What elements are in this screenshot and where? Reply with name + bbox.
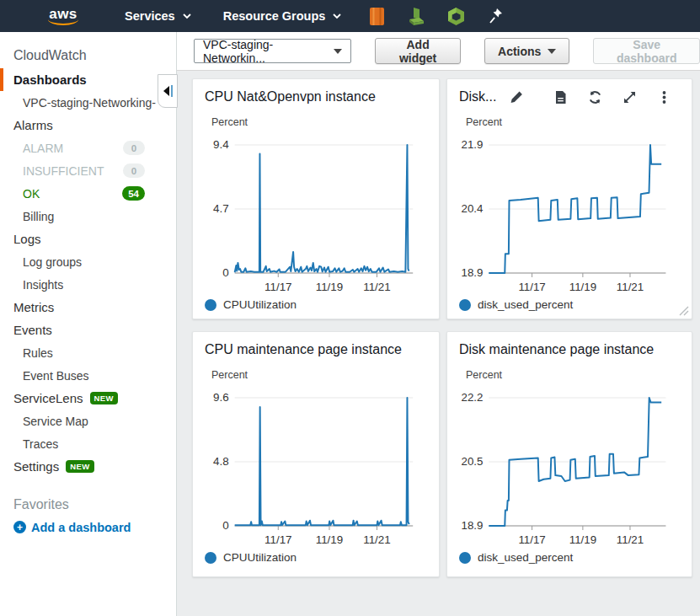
sidebar-item-logs[interactable]: Logs bbox=[0, 228, 176, 250]
y-axis-tick-label: 18.9 bbox=[462, 266, 484, 279]
legend-dot bbox=[205, 299, 216, 311]
sidebar-item-settings[interactable]: Settings NEW bbox=[0, 455, 176, 478]
nav-resource-groups-label: Resource Groups bbox=[223, 9, 326, 23]
legend-item-cpuutilization[interactable]: CPUUtilization bbox=[193, 295, 439, 311]
y-axis-unit-label: Percent bbox=[447, 104, 692, 128]
y-axis-tick-label: 4.8 bbox=[213, 455, 229, 468]
sidebar-item-alarms[interactable]: Alarms bbox=[0, 114, 176, 137]
new-badge: NEW bbox=[90, 392, 118, 404]
sidebar-item-service-map[interactable]: Service Map bbox=[0, 410, 176, 432]
top-navbar: aws Services Resource Groups bbox=[0, 0, 700, 32]
widget-title: CPU maintenance page instance bbox=[205, 342, 402, 357]
widget-title: CPU Nat&Openvpn instance bbox=[205, 89, 376, 104]
x-axis-tick-label: 11/21 bbox=[363, 533, 391, 546]
x-axis-tick-label: 11/17 bbox=[265, 281, 292, 293]
nav-services-menu[interactable]: Services bbox=[125, 9, 191, 23]
y-axis-tick-label: 20.4 bbox=[462, 202, 484, 215]
sidebar-collapse-tab[interactable] bbox=[158, 74, 178, 108]
aws-logo-text: aws bbox=[49, 8, 77, 20]
dashboard-grid: CPU Nat&Openvpn instance Percent 9.44.70… bbox=[177, 71, 700, 616]
plus-circle-icon: + bbox=[13, 521, 26, 533]
widget-title: Disk... bbox=[459, 89, 496, 104]
x-axis-tick-label: 11/19 bbox=[569, 533, 596, 546]
disk-line-chart: 21.920.418.911/1711/1911/21 bbox=[447, 130, 692, 295]
y-axis-tick-label: 9.6 bbox=[213, 391, 229, 404]
add-widget-button[interactable]: Add widget bbox=[375, 38, 461, 64]
sidebar: CloudWatch Dashboards VPC-staging-Networ… bbox=[0, 32, 177, 616]
refresh-icon[interactable] bbox=[588, 90, 602, 104]
dashboard-toolbar: VPC-staging-Networkin... Add widget Acti… bbox=[177, 32, 700, 71]
save-dashboard-button[interactable]: Save dashboard bbox=[593, 38, 700, 64]
dashboard-select-value: VPC-staging-Networkin... bbox=[203, 38, 334, 65]
sidebar-item-events[interactable]: Events bbox=[0, 319, 176, 341]
sidebar-item-ok-state[interactable]: OK 54 bbox=[0, 182, 176, 205]
sidebar-item-cloudwatch[interactable]: CloudWatch bbox=[0, 44, 176, 67]
y-axis-tick-label: 22.2 bbox=[462, 391, 484, 404]
collapse-tab-accent bbox=[171, 85, 173, 97]
widget-toolbar bbox=[553, 90, 680, 104]
pin-icon[interactable] bbox=[487, 7, 505, 26]
widget-title: Disk maintenance page instance bbox=[459, 342, 654, 357]
dashboard-select[interactable]: VPC-staging-Networkin... bbox=[194, 39, 351, 63]
kebab-menu-icon[interactable] bbox=[657, 90, 671, 104]
ok-count-badge: 54 bbox=[122, 186, 145, 201]
pinned-service-shortcuts bbox=[368, 7, 505, 26]
sidebar-item-servicelens[interactable]: ServiceLens NEW bbox=[0, 387, 176, 410]
sidebar-item-dashboards[interactable]: Dashboards bbox=[0, 68, 176, 91]
y-axis-tick-label: 0 bbox=[222, 266, 228, 279]
sidebar-item-event-buses[interactable]: Event Buses bbox=[0, 364, 176, 387]
legend-item-cpuutilization[interactable]: CPUUtilization bbox=[193, 548, 439, 564]
legend-dot bbox=[205, 552, 216, 564]
green-stack-service-icon[interactable] bbox=[408, 7, 425, 26]
nav-resource-groups-menu[interactable]: Resource Groups bbox=[223, 9, 342, 23]
caret-down-icon bbox=[548, 49, 556, 54]
sidebar-item-log-groups[interactable]: Log groups bbox=[0, 250, 176, 273]
add-dashboard-link[interactable]: + Add a dashboard bbox=[0, 516, 176, 538]
document-icon[interactable] bbox=[553, 90, 568, 104]
sidebar-item-rules[interactable]: Rules bbox=[0, 341, 176, 364]
y-axis-tick-label: 20.5 bbox=[462, 455, 484, 468]
y-axis-unit-label: Percent bbox=[447, 357, 692, 381]
orange-cube-service-icon[interactable] bbox=[368, 7, 386, 26]
alarm-count-badge: 0 bbox=[123, 141, 145, 155]
edit-pencil-icon[interactable] bbox=[510, 90, 524, 104]
y-axis-unit-label: Percent bbox=[193, 357, 439, 381]
resize-handle[interactable] bbox=[677, 304, 689, 316]
legend-item-disk-used-percent[interactable]: disk_used_percent bbox=[447, 295, 692, 311]
x-axis-tick-label: 11/17 bbox=[518, 533, 545, 546]
x-axis-tick-label: 11/19 bbox=[569, 281, 596, 293]
expand-icon[interactable] bbox=[623, 90, 637, 104]
sidebar-item-metrics[interactable]: Metrics bbox=[0, 296, 176, 319]
x-axis-tick-label: 11/21 bbox=[617, 533, 644, 546]
legend-item-disk-used-percent[interactable]: disk_used_percent bbox=[447, 548, 692, 564]
sidebar-item-billing[interactable]: Billing bbox=[0, 205, 176, 228]
green-open-cube-service-icon[interactable] bbox=[447, 7, 465, 26]
y-axis-tick-label: 4.7 bbox=[213, 202, 229, 215]
widget-disk: Disk... bbox=[446, 78, 692, 319]
x-axis-tick-label: 11/19 bbox=[316, 281, 344, 293]
widget-disk-maintenance: Disk maintenance page instance Percent 2… bbox=[446, 331, 692, 577]
x-axis-tick-label: 11/17 bbox=[265, 533, 292, 546]
sidebar-item-alarm-state[interactable]: ALARM 0 bbox=[0, 137, 176, 159]
caret-down-icon bbox=[334, 49, 342, 54]
sidebar-item-dashboard-vpc-staging[interactable]: VPC-staging-Networking- bbox=[0, 91, 176, 114]
favorites-heading: Favorites bbox=[0, 493, 176, 516]
widget-cpu-nat-openvpn: CPU Nat&Openvpn instance Percent 9.44.70… bbox=[192, 78, 440, 319]
chevron-down-icon bbox=[183, 13, 191, 19]
cpu-line-chart: 9.44.7011/1711/1911/21 bbox=[193, 130, 439, 295]
cpu-line-chart: 9.64.8011/1711/1911/21 bbox=[193, 383, 439, 548]
disk-line-chart: 22.220.518.911/1711/1911/21 bbox=[447, 383, 692, 548]
y-axis-tick-label: 9.4 bbox=[213, 138, 229, 151]
aws-logo[interactable]: aws bbox=[48, 8, 78, 25]
x-axis-tick-label: 11/21 bbox=[617, 281, 644, 293]
sidebar-item-insights[interactable]: Insights bbox=[0, 273, 176, 296]
actions-button[interactable]: Actions bbox=[484, 38, 569, 64]
sidebar-item-insufficient-state[interactable]: INSUFFICIENT 0 bbox=[0, 159, 176, 182]
chevron-down-icon bbox=[333, 13, 341, 19]
legend-dot bbox=[459, 552, 471, 564]
aws-smile-swoosh bbox=[48, 19, 78, 25]
y-axis-unit-label: Percent bbox=[193, 104, 439, 128]
main-content: VPC-staging-Networkin... Add widget Acti… bbox=[177, 32, 700, 616]
sidebar-item-traces[interactable]: Traces bbox=[0, 432, 176, 455]
new-badge: NEW bbox=[66, 460, 94, 473]
